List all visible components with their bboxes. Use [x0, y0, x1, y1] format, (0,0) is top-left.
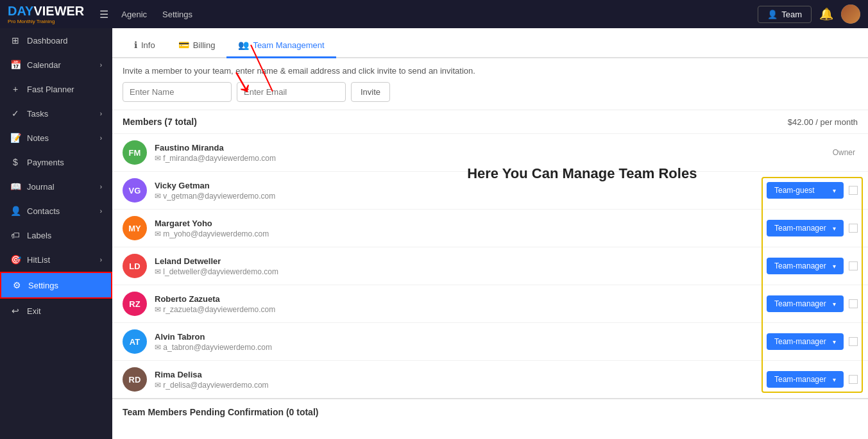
team-label: Team — [781, 10, 802, 19]
tab-team-management[interactable]: 👥Team Management — [226, 33, 336, 58]
member-row-ld: LDLeland Detweller✉ l_detweller@dayviewe… — [112, 247, 868, 285]
tasks-chevron-icon: › — [100, 110, 102, 117]
sidebar-label-payments: Payments — [27, 158, 64, 167]
sidebar-item-exit[interactable]: ↩Exit — [0, 299, 112, 323]
fast-planner-icon: + — [10, 84, 21, 94]
sidebar-item-calendar[interactable]: 📅Calendar› — [0, 53, 112, 77]
member-info-vg: Vicky Getman✉ v_getman@dayviewerdemo.com — [155, 181, 759, 201]
member-checkbox-rd[interactable] — [849, 375, 858, 384]
payments-icon: $ — [10, 157, 21, 167]
sidebar-item-fast-planner[interactable]: +Fast Planner — [0, 77, 112, 101]
role-button-vg[interactable]: Team-guest▾ — [767, 182, 844, 199]
role-label-at: Team-manager — [774, 337, 826, 346]
member-checkbox-ld[interactable] — [849, 261, 858, 270]
member-avatar-my: MY — [123, 216, 147, 240]
main-layout: ⊞Dashboard📅Calendar›+Fast Planner✓Tasks›… — [0, 28, 868, 439]
member-info-rz: Roberto Zazueta✉ r_zazueta@dayviewerdemo… — [155, 294, 759, 314]
member-name-rd: Rima Delisa — [155, 370, 759, 379]
bell-icon[interactable]: 🔔 — [819, 7, 833, 21]
member-avatar-at: AT — [123, 329, 147, 354]
member-row-my: MYMargaret Yoho✉ m_yoho@dayviewerdemo.co… — [112, 209, 868, 247]
pending-title: Team Members Pending Confirmation (0 tot… — [123, 407, 318, 417]
tab-info[interactable]: ℹInfo — [123, 33, 167, 58]
role-button-rz[interactable]: Team-manager▾ — [767, 295, 844, 312]
member-email-vg: ✉ v_getman@dayviewerdemo.com — [155, 192, 759, 201]
member-checkbox-rz[interactable] — [849, 299, 858, 308]
dashboard-icon: ⊞ — [10, 35, 21, 46]
member-role-area-rd: Team-manager▾ — [767, 371, 858, 388]
role-button-ld[interactable]: Team-manager▾ — [767, 258, 844, 274]
sidebar-item-notes[interactable]: 📝Notes› — [0, 126, 112, 150]
member-row-rz: RZRoberto Zazueta✉ r_zazueta@dayviewerde… — [112, 285, 868, 322]
member-info-fm: Faustino Miranda✉ f_miranda@dayviewerdem… — [155, 143, 825, 163]
role-label-rz: Team-manager — [774, 299, 826, 308]
sidebar-label-calendar: Calendar — [27, 60, 61, 70]
member-email-fm: ✉ f_miranda@dayviewerdemo.com — [155, 154, 825, 163]
team-button[interactable]: 👤 Team — [758, 6, 812, 23]
team-management-tab-icon: 👥 — [238, 40, 249, 50]
sidebar: ⊞Dashboard📅Calendar›+Fast Planner✓Tasks›… — [0, 28, 112, 439]
member-name-at: Alvin Tabron — [155, 332, 759, 342]
sidebar-item-tasks[interactable]: ✓Tasks› — [0, 101, 112, 126]
info-tab-icon: ℹ — [134, 40, 137, 50]
member-avatar-rz: RZ — [123, 292, 147, 316]
role-button-rd[interactable]: Team-manager▾ — [767, 371, 844, 388]
tab-billing[interactable]: 💳Billing — [167, 33, 227, 58]
member-avatar-vg: VG — [123, 178, 147, 203]
settings-icon: ⚙ — [12, 280, 22, 290]
tab-label-info: Info — [141, 40, 155, 50]
name-input[interactable] — [123, 82, 232, 102]
sidebar-label-fast-planner: Fast Planner — [27, 85, 74, 94]
invite-button[interactable]: Invite — [351, 82, 390, 102]
member-role-area-my: Team-manager▾ — [767, 220, 858, 236]
sidebar-label-hitlist: HitList — [27, 255, 50, 265]
role-chevron-icon-my: ▾ — [833, 225, 836, 232]
member-row-fm: FMFaustino Miranda✉ f_miranda@dayviewerd… — [112, 133, 868, 171]
invite-description-text: Invite a member to your team, enter name… — [123, 66, 475, 76]
sidebar-item-journal[interactable]: 📖Journal› — [0, 174, 112, 199]
role-button-at[interactable]: Team-manager▾ — [767, 333, 844, 350]
member-avatar-ld: LD — [123, 254, 147, 278]
contacts-chevron-icon: › — [100, 208, 102, 215]
avatar[interactable] — [841, 4, 860, 24]
member-role-area-fm: Owner — [833, 148, 858, 157]
email-input[interactable] — [237, 82, 346, 102]
sidebar-item-payments[interactable]: $Payments — [0, 150, 112, 174]
member-avatar-fm: FM — [123, 140, 147, 165]
nav-settings[interactable]: Settings — [160, 10, 195, 19]
invite-description: Invite a member to your team, enter name… — [123, 66, 858, 76]
journal-icon: 📖 — [10, 181, 21, 192]
sidebar-item-contacts[interactable]: 👤Contacts› — [0, 199, 112, 223]
sidebar-item-settings[interactable]: ⚙Settings — [0, 272, 112, 299]
sidebar-item-dashboard[interactable]: ⊞Dashboard — [0, 28, 112, 53]
sidebar-item-labels[interactable]: 🏷Labels — [0, 223, 112, 247]
calendar-icon: 📅 — [10, 60, 21, 70]
billing-tab-icon: 💳 — [178, 40, 189, 50]
sidebar-label-exit: Exit — [27, 306, 41, 316]
sidebar-item-hitlist[interactable]: 🎯HitList› — [0, 247, 112, 272]
logo-tagline: Pro Monthly Training — [8, 19, 84, 24]
labels-icon: 🏷 — [10, 230, 21, 240]
sidebar-label-notes: Notes — [27, 133, 49, 143]
member-checkbox-vg[interactable] — [849, 186, 858, 195]
tab-label-team-management: Team Management — [253, 40, 324, 50]
sidebar-label-settings: Settings — [28, 281, 58, 290]
member-row-vg: VGVicky Getman✉ v_getman@dayviewerdemo.c… — [112, 171, 868, 209]
price-text: $42.00 / per month — [788, 117, 858, 127]
member-role-area-rz: Team-manager▾ — [767, 295, 858, 312]
member-checkbox-at[interactable] — [849, 337, 858, 346]
member-info-at: Alvin Tabron✉ a_tabron@dayviewerdemo.com — [155, 332, 759, 352]
role-button-my[interactable]: Team-manager▾ — [767, 220, 844, 236]
sidebar-label-labels: Labels — [27, 231, 51, 240]
member-email-rd: ✉ r_delisa@dayviewerdemo.com — [155, 381, 759, 390]
role-chevron-icon-vg: ▾ — [833, 187, 836, 194]
tab-label-billing: Billing — [193, 40, 216, 50]
nav-agenic[interactable]: Agenic — [119, 10, 149, 19]
topnav-right: 👤 Team 🔔 — [758, 4, 860, 24]
hamburger-icon[interactable]: ☰ — [99, 8, 108, 21]
hitlist-icon: 🎯 — [10, 254, 21, 265]
avatar-image — [841, 4, 860, 24]
member-avatar-rd: RD — [123, 367, 147, 392]
member-checkbox-my[interactable] — [849, 224, 858, 233]
member-row-at: ATAlvin Tabron✉ a_tabron@dayviewerdemo.c… — [112, 322, 868, 360]
